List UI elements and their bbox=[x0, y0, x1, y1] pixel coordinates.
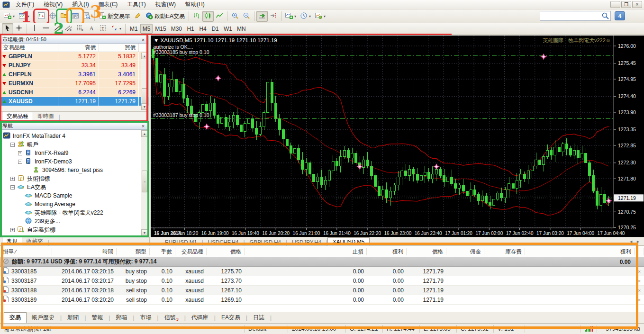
hline-tool[interactable] bbox=[40, 23, 52, 34]
menu-charts[interactable]: 圖表(C) bbox=[94, 0, 123, 9]
navigator-tab-1[interactable]: 收藏夾 bbox=[22, 237, 47, 245]
order-row-33003187[interactable]: 330031872014.06.17 03:20:17buy stop0.10x… bbox=[0, 276, 644, 286]
terminal-column-3[interactable]: 手數 bbox=[150, 248, 175, 255]
metaeditor-button[interactable] bbox=[132, 11, 144, 22]
menu-window[interactable]: 視窗(W) bbox=[151, 0, 181, 9]
menu-file[interactable]: 文件(F) bbox=[11, 0, 39, 9]
scroll-up-icon[interactable]: ▲ bbox=[141, 130, 148, 137]
expand-icon[interactable]: + bbox=[10, 228, 15, 232]
market-row-chfpln[interactable]: CHFPLN3.39613.4061 bbox=[0, 70, 148, 79]
trendline-tool[interactable] bbox=[52, 23, 63, 34]
terminal-tab-2[interactable]: 新聞 bbox=[62, 313, 84, 323]
periods-button[interactable]: ▾ bbox=[298, 11, 313, 22]
zoom-out-button[interactable] bbox=[241, 11, 252, 22]
terminal-tab-3[interactable]: 警報 bbox=[86, 313, 108, 323]
terminal-tab-7[interactable]: 代碼庫 bbox=[186, 313, 214, 323]
menu-tools[interactable]: 工具(T) bbox=[122, 0, 150, 9]
market-watch-column-2[interactable]: 買價 bbox=[99, 44, 139, 52]
tree-item[interactable]: +IronFX-Real9 bbox=[1, 149, 141, 157]
candle-chart-button[interactable] bbox=[202, 11, 214, 22]
notification-badge[interactable]: 4 bbox=[615, 11, 625, 20]
timeframe-h4[interactable]: H4 bbox=[197, 24, 209, 34]
search-input[interactable] bbox=[540, 11, 611, 21]
terminal-column-6[interactable]: 止損 bbox=[245, 248, 367, 255]
terminal-column-2[interactable]: 類型 bbox=[117, 248, 150, 255]
dropdown-caret-icon[interactable]: ▾ bbox=[13, 14, 15, 18]
chart-tab-usdjpy-h4[interactable]: USDJPY,H4 bbox=[287, 239, 326, 245]
order-row-33003188[interactable]: 330031882014.06.17 03:20:18sell stop0.10… bbox=[0, 286, 644, 295]
expand-icon[interactable]: + bbox=[18, 151, 22, 155]
dropdown-caret-icon[interactable]: ▾ bbox=[119, 27, 121, 31]
terminal-column-9[interactable]: 佣金 bbox=[446, 248, 484, 255]
terminal-toggle[interactable] bbox=[70, 11, 81, 22]
navigator-tab-0[interactable]: 常規 bbox=[2, 237, 22, 245]
terminal-tab-6[interactable]: 信號3 bbox=[159, 313, 184, 323]
terminal-tab-9[interactable]: 日誌 bbox=[248, 313, 270, 323]
market-watch-scrollbar[interactable]: ▲ ▼ bbox=[141, 53, 148, 110]
chart-area[interactable]: #33003185 buy stop 0.10#33003187 buy sto… bbox=[151, 36, 644, 237]
profiles-button[interactable]: ▾ bbox=[17, 11, 31, 22]
crosshair-tool[interactable] bbox=[13, 23, 25, 34]
auto-scroll-button[interactable] bbox=[256, 11, 268, 22]
dropdown-caret-icon[interactable]: ▾ bbox=[309, 14, 311, 18]
tree-item[interactable]: MACD Sample bbox=[1, 191, 141, 200]
chart-tab-usdchf-h4[interactable]: USDCHF,H4 bbox=[203, 239, 244, 245]
new-chart-button[interactable]: ▾ bbox=[2, 11, 17, 22]
market-watch-tab-0[interactable]: 交易品種 bbox=[2, 112, 33, 120]
expand-icon[interactable]: + bbox=[10, 177, 15, 181]
line-chart-button[interactable] bbox=[214, 11, 225, 22]
market-watch-column-0[interactable]: 交易品種 bbox=[0, 44, 58, 52]
timeframe-h1[interactable]: H1 bbox=[184, 24, 197, 34]
status-profile[interactable]: Default bbox=[244, 325, 288, 333]
tree-item[interactable]: −EA交易 bbox=[1, 183, 141, 191]
label-tool[interactable]: T bbox=[97, 23, 109, 34]
data-window-toggle[interactable] bbox=[47, 11, 58, 22]
ea-enable-button[interactable]: 啟動EA交易 bbox=[144, 11, 187, 22]
scroll-down-icon[interactable]: ▼ bbox=[141, 103, 148, 110]
delete-order-icon[interactable]: × bbox=[635, 288, 644, 293]
chart-tab-eurusd-m1[interactable]: EURUSD,M1 bbox=[160, 239, 202, 245]
fibonacci-tool[interactable]: F bbox=[74, 23, 86, 34]
restore-button[interactable]: ❐ bbox=[621, 1, 631, 8]
vline-tool[interactable] bbox=[29, 23, 40, 34]
delete-order-icon[interactable]: × bbox=[635, 278, 644, 284]
collapse-icon[interactable]: − bbox=[10, 185, 15, 190]
new-order-button[interactable]: 新交易單 bbox=[97, 11, 132, 22]
terminal-column-8[interactable]: 價格 bbox=[407, 248, 446, 255]
timeframe-m15[interactable]: M15 bbox=[153, 24, 168, 34]
dropdown-caret-icon[interactable]: ▾ bbox=[324, 14, 326, 18]
terminal-column-1[interactable]: 時間 bbox=[52, 248, 117, 255]
terminal-column-11[interactable]: 獲利 bbox=[525, 248, 635, 255]
indicators-button[interactable]: ▾ bbox=[283, 11, 298, 22]
scroll-up-icon[interactable]: ▲ bbox=[141, 53, 148, 59]
bar-chart-button[interactable] bbox=[191, 11, 202, 22]
timeframe-m1[interactable]: M1 bbox=[127, 24, 140, 34]
minimize-button[interactable]: — bbox=[610, 1, 620, 8]
terminal-tab-8[interactable]: EA交易 bbox=[216, 313, 245, 323]
timeframe-w1[interactable]: W1 bbox=[221, 24, 235, 34]
terminal-column-5[interactable]: 價格 bbox=[207, 248, 245, 255]
channel-tool[interactable]: E bbox=[63, 23, 74, 34]
scroll-left-icon[interactable]: ◄ bbox=[629, 239, 633, 244]
scroll-right-icon[interactable]: ► bbox=[636, 239, 640, 244]
strategy-tester-toggle[interactable] bbox=[81, 11, 92, 22]
scroll-down-icon[interactable]: ▼ bbox=[141, 229, 148, 236]
market-row-eurmxn[interactable]: EURMXN17.709517.7295 bbox=[0, 79, 148, 88]
collapse-icon[interactable]: − bbox=[10, 143, 15, 147]
delete-order-icon[interactable]: × bbox=[635, 269, 644, 274]
market-watch-tab-1[interactable]: 即時圖 bbox=[33, 112, 58, 120]
market-row-usdcnh[interactable]: USDCNH6.22446.2269 bbox=[0, 88, 148, 97]
timeframe-m30[interactable]: M30 bbox=[169, 24, 184, 34]
tree-item[interactable]: Moving Average bbox=[1, 200, 141, 208]
tree-item[interactable]: +f自定義指標 bbox=[1, 226, 141, 234]
dropdown-caret-icon[interactable]: ▾ bbox=[27, 14, 29, 18]
close-icon[interactable]: × bbox=[140, 123, 146, 129]
terminal-column-0[interactable]: 掛單 ∕ bbox=[0, 248, 52, 255]
navigator-scrollbar[interactable]: ▲ ≡ ▼ bbox=[141, 130, 148, 236]
market-row-xauusd[interactable]: XAUUSD1271.191271.79 bbox=[0, 97, 148, 106]
tree-item[interactable]: +f技術指標 bbox=[1, 174, 141, 183]
chart-tab-xauusd-m5[interactable]: XAUUSD,M5 bbox=[327, 237, 370, 245]
chart-shift-button[interactable] bbox=[268, 11, 279, 22]
terminal-column-7[interactable]: 獲利 bbox=[367, 248, 407, 255]
terminal-column-4[interactable]: 交易品種 bbox=[175, 248, 207, 255]
